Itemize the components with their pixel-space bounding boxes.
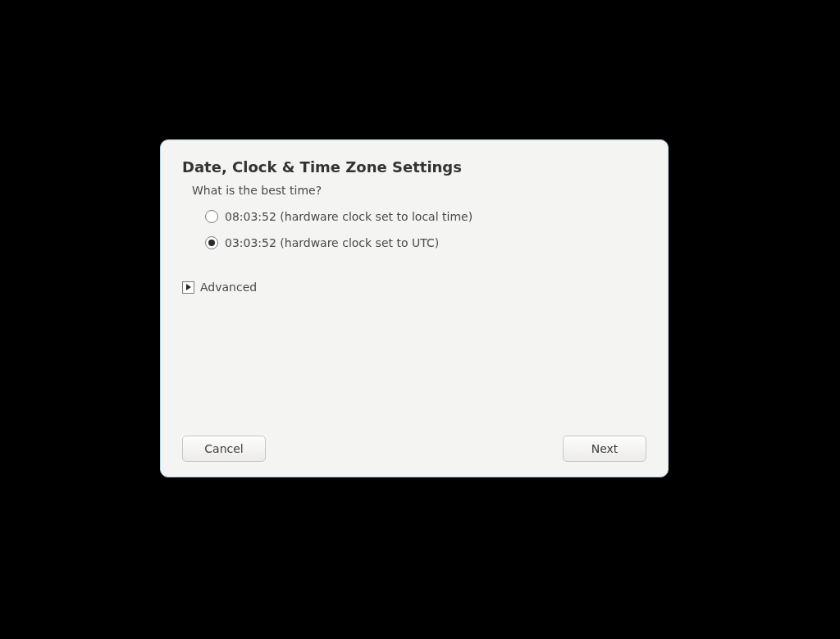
radio-icon	[205, 210, 218, 223]
time-radio-group: 08:03:52 (hardware clock set to local ti…	[205, 205, 646, 258]
expand-right-icon	[182, 281, 194, 294]
next-button[interactable]: Next	[563, 436, 646, 462]
radio-icon	[205, 236, 218, 249]
radio-label-utc: 03:03:52 (hardware clock set to UTC)	[225, 236, 439, 249]
dialog-spacer	[182, 294, 646, 436]
radio-option-local-time[interactable]: 08:03:52 (hardware clock set to local ti…	[205, 205, 646, 228]
dialog-title: Date, Clock & Time Zone Settings	[182, 158, 646, 176]
timezone-dialog: Date, Clock & Time Zone Settings What is…	[160, 139, 669, 477]
radio-label-local-time: 08:03:52 (hardware clock set to local ti…	[225, 210, 472, 223]
cancel-button[interactable]: Cancel	[182, 436, 266, 462]
advanced-label: Advanced	[200, 281, 257, 294]
advanced-expander[interactable]: Advanced	[182, 281, 646, 294]
button-bar: Cancel Next	[182, 436, 646, 462]
radio-option-utc[interactable]: 03:03:52 (hardware clock set to UTC)	[205, 231, 646, 254]
question-text: What is the best time?	[192, 184, 646, 197]
